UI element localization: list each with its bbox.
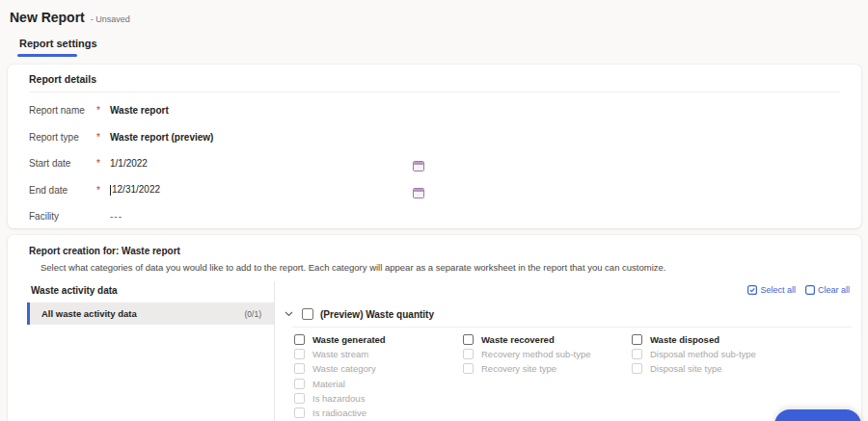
checkbox-item-waste-recovered[interactable]: Waste recovered [463,332,632,347]
divider [292,327,852,328]
checkbox-item-is-hazardous: Is hazardous [294,391,463,406]
checkbox [294,349,305,359]
checkbox-column-disposed: Waste disposed Disposal method sub-type … [632,332,756,421]
checkbox [463,363,474,374]
checkbox [632,349,642,359]
divider [29,92,840,92]
waste-quantity-label: (Preview) Waste quantity [320,309,434,320]
calendar-icon[interactable] [413,158,424,175]
report-name-input[interactable]: Waste report [110,105,169,116]
report-creation-description: Select what categories of data you would… [41,262,861,273]
checkbox-item-recovery-method-sub-type: Recovery method sub-type [463,347,632,361]
field-report-name: Report name * Waste report [29,97,840,124]
calendar-icon[interactable] [413,185,424,202]
checkbox[interactable] [632,334,642,345]
field-label: Report name [29,105,96,116]
category-item-all-waste-activity-data[interactable]: All waste activity data (0/1) [27,303,274,325]
tab-bar: Report settings [17,34,99,57]
checkbox[interactable] [294,334,305,345]
checkbox-item-material: Material [294,377,463,391]
clear-all-icon [805,285,815,295]
facility-input[interactable]: --- [110,211,122,222]
required-asterisk: * [96,158,108,169]
unsaved-badge: - Unsaved [91,14,130,24]
report-details-title: Report details [29,73,840,85]
checkbox-item-recovery-site-type: Recovery site type [463,361,632,376]
page-header: New Report - Unsaved Report settings [0,0,868,57]
clear-all-button[interactable]: Clear all [805,285,850,295]
tab-report-settings[interactable]: Report settings [17,38,99,54]
page-title: New Report [10,10,85,25]
report-details-card: Report details Report name * Waste repor… [8,65,861,228]
start-date-input[interactable]: 1/1/2022 [110,158,148,169]
create-button[interactable] [774,409,861,421]
checkbox [294,379,305,389]
field-facility: Facility --- [29,203,840,230]
category-item-label: All waste activity data [41,308,137,319]
required-asterisk: * [96,185,108,196]
report-creation-title: Report creation for: Waste report [29,246,861,256]
checkbox-column-generated: Waste generated Waste stream Waste categ… [294,332,463,421]
field-label: End date [29,185,96,196]
checkbox-column-recovered: Waste recovered Recovery method sub-type… [463,332,632,421]
field-end-date: End date * 12/31/2022 [29,177,840,204]
checkbox-item-disposal-site-type: Disposal site type [632,361,756,376]
checkbox-item-is-radioactive: Is radioactive [294,406,463,420]
checkbox-item-disposal-method-sub-type: Disposal method sub-type [632,347,756,361]
checkbox [294,393,305,404]
end-date-input[interactable]: 12/31/2022 [110,184,160,196]
field-label: Report type [29,132,96,143]
waste-quantity-checkbox[interactable] [302,308,313,320]
field-report-type: Report type * Waste report (preview) [29,124,840,151]
checkbox-item-waste-generated[interactable]: Waste generated [294,332,463,347]
checkbox [632,363,642,374]
category-panel: Waste activity data All waste activity d… [29,281,274,421]
checkbox-item-waste-disposed[interactable]: Waste disposed [632,332,756,347]
checkbox-item-waste-category: Waste category [294,361,463,376]
report-creation-card: Report creation for: Waste report Select… [8,235,861,421]
text-cursor [110,185,111,196]
chevron-down-icon[interactable] [283,309,295,319]
worksheet-panel: Select all Clear all (Preview) Waste qua… [274,281,861,421]
checkbox [463,349,474,359]
category-item-count: (0/1) [245,309,261,319]
checkbox-item-waste-stream: Waste stream [294,347,463,361]
category-panel-header: Waste activity data [29,281,274,303]
required-asterisk: * [96,105,108,116]
select-all-button[interactable]: Select all [747,285,796,295]
report-type-input[interactable]: Waste report (preview) [110,132,213,143]
select-all-icon [747,285,757,295]
field-label: Start date [29,158,96,169]
checkbox [294,363,305,374]
field-start-date: Start date * 1/1/2022 [29,150,840,177]
field-label: Facility [29,211,96,222]
required-asterisk: * [96,132,108,143]
checkbox [294,408,305,418]
checkbox[interactable] [463,334,474,345]
active-tab-indicator [17,54,77,57]
